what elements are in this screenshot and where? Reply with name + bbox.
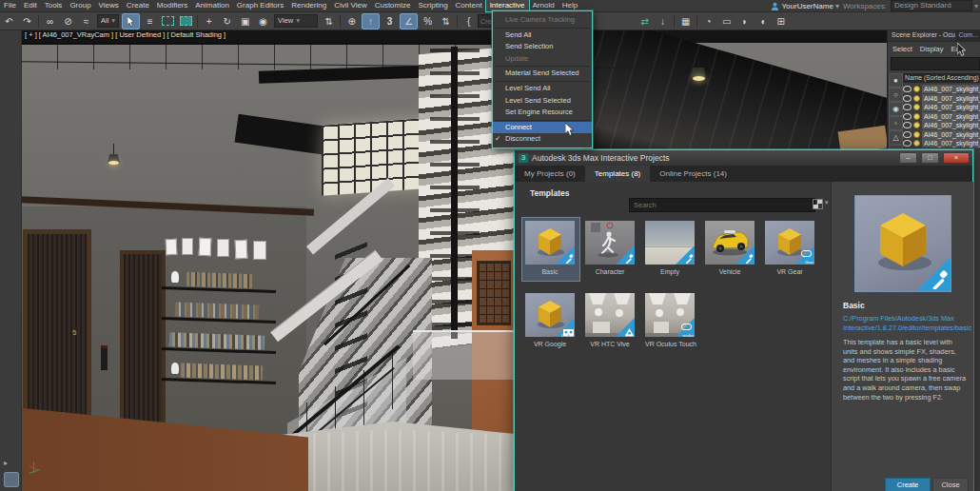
angle-snap-icon[interactable]: ∠ [400,13,418,29]
display-none-icon[interactable]: ○ [889,88,903,102]
template-thumb-character[interactable] [585,221,635,265]
reference-coordinate-dropdown[interactable]: View▾ [274,14,318,28]
tab-online-projects[interactable]: Online Projects (14) [650,166,736,182]
explorer-row[interactable]: AI46_007_skylight_ [903,85,980,93]
display-lights-icon[interactable]: ◉ [889,102,903,116]
close-dialog-button[interactable]: Close [932,478,969,491]
menubar-item-civil-view[interactable]: Civil View [330,0,371,11]
move-icon[interactable]: + [201,14,217,29]
explorer-titlebar[interactable]: Scene Explorer - Ocul... Com... [888,29,980,42]
redo-icon[interactable]: ↷ [19,14,35,29]
template-thumb-vr-google[interactable]: Google [525,293,575,337]
explorer-row[interactable]: AI46_007_skylight_ [903,121,980,129]
menu-item-material-send-selected[interactable]: Material Send Selected [493,68,592,80]
view-mode-dropdown-arrow-icon[interactable]: ▾ [825,199,829,206]
workspace-dropdown-arrow-icon[interactable]: ▾ [974,2,978,10]
explorer-row[interactable]: AI46_007_skylight_ [903,139,980,147]
named-selection-icon[interactable]: { [461,14,477,29]
layout-windows-icon[interactable]: ⊞ [773,14,789,29]
menubar-item-file[interactable]: File [0,0,20,11]
menu-item-level-send-selected[interactable]: Level Send Selected [493,95,592,108]
link-icon[interactable]: ∞ [42,14,58,29]
template-thumb-vehicle[interactable] [705,221,755,265]
menubar-item-scripting[interactable]: Scripting [414,0,451,11]
selection-filter-dropdown[interactable]: All▾ [97,14,119,28]
explorer-secondary-tab[interactable]: Com... [955,29,980,41]
menubar-item-customize[interactable]: Customize [371,0,415,11]
minimize-button[interactable]: ‒ [899,152,917,164]
render-iterative-icon[interactable]: ◖ [755,14,771,29]
pivot-center-icon[interactable]: ⇅ [321,14,337,29]
tab-templates[interactable]: Templates (8) [585,166,650,182]
display-cameras-icon[interactable]: ▫ [889,116,903,130]
menubar-item-content[interactable]: Content [452,0,486,11]
template-thumb-vr-gear[interactable]: Gear [765,221,814,265]
user-dropdown-arrow-icon[interactable]: ▾ [835,2,839,10]
signed-in-user[interactable]: YourUserName [781,2,833,10]
menubar-item-create[interactable]: Create [123,0,153,11]
viewport-layout-tab[interactable] [4,472,19,487]
bind-spacewarp-icon[interactable]: ≈ [78,14,94,29]
menu-item-send-selection[interactable]: Send Selection [493,41,592,53]
percent-snap-icon[interactable]: % [420,14,436,29]
menu-item-set-engine-resource[interactable]: Set Engine Resource [493,107,592,119]
template-thumb-empty[interactable] [645,221,695,265]
explorer-menu-display[interactable]: Display [920,45,944,53]
interactive-sync-icon[interactable]: ⇄ [637,14,653,29]
crossing-selection-icon[interactable] [178,14,194,29]
view-mode-grid-icon[interactable] [813,200,822,208]
render-production-icon[interactable]: ◗ [736,14,753,29]
select-by-name-icon[interactable]: ≡ [142,14,158,29]
template-thumb-vr-oculus-touch[interactable]: oculus [645,293,695,337]
menubar-item-graph-editors[interactable]: Graph Editors [233,0,287,11]
workspace-selector[interactable]: Design Standard [891,0,972,11]
close-button[interactable]: × [943,152,970,164]
template-thumb-vr-htc-vive[interactable]: VIVE [585,293,635,337]
explorer-row[interactable]: AI46_007_skylight_ [903,94,980,103]
material-editor-icon[interactable]: ▦ [677,14,694,29]
manipulate-icon[interactable]: ⊕ [343,14,360,29]
menubar-item-modifiers[interactable]: Modifiers [153,0,191,11]
flyout-arrow-button[interactable]: ▸ [4,459,8,467]
menubar-item-group[interactable]: Group [66,0,94,11]
dialog-titlebar[interactable]: 3 Autodesk 3ds Max Interactive Projects … [515,150,972,166]
menubar-item-views[interactable]: Views [95,0,123,11]
rendered-frame-icon[interactable]: ▭ [718,14,735,29]
template-thumb-basic[interactable] [525,221,575,265]
spinner-snap-icon[interactable]: ⇅ [438,14,454,29]
send-down-icon[interactable]: ↓ [655,14,671,29]
explorer-column-header[interactable]: Name (Sorted Ascending) [903,73,980,83]
explorer-row[interactable]: AI46_007_skylight_ [903,130,980,139]
explorer-row[interactable]: AI46_007_skylight_ [903,103,980,111]
select-object-button[interactable] [122,13,140,29]
menubar-item-edit[interactable]: Edit [20,0,41,11]
menu-item-send-all[interactable]: Send All [493,29,592,42]
explorer-search-input[interactable] [891,57,980,70]
tab-my-projects[interactable]: My Projects (0) [515,166,585,182]
unlink-icon[interactable]: ⊘ [60,14,76,29]
menubar-item-rendering[interactable]: Rendering [287,0,330,11]
rotate-icon[interactable]: ↻ [219,14,235,29]
display-helpers-icon[interactable]: △ [889,130,903,145]
explorer-row[interactable]: AI46_007_skylight_ [903,112,980,121]
maximize-button[interactable]: □ [921,152,939,164]
menu-item-connect[interactable]: Connect [493,122,592,134]
template-search-input[interactable] [629,198,815,212]
scale-icon[interactable]: ▣ [237,14,253,29]
menubar-item-animation[interactable]: Animation [191,0,233,11]
display-all-icon[interactable]: ● [889,73,903,88]
menubar-item-tools[interactable]: Tools [41,0,67,11]
placement-icon[interactable]: ◉ [255,14,271,29]
template-path-link[interactable]: C:/Program Files/Autodesk/3ds Max Intera… [843,314,969,333]
rectangular-selection-icon[interactable] [160,14,176,29]
explorer-menu-select[interactable]: Select [892,45,912,53]
render-setup-icon[interactable]: ◔ [700,14,716,29]
undo-icon[interactable]: ↶ [1,14,17,29]
light-icon [913,122,920,128]
menu-item-disconnect[interactable]: ✓Disconnect [493,133,592,146]
keyboard-override-icon[interactable]: ↑ [362,13,380,29]
create-button[interactable]: Create [885,478,931,491]
viewport-label[interactable]: [ + ] [ AI46_007_VRayCam ] [ User Define… [25,30,225,39]
snap-3d-icon[interactable]: 3 [382,14,398,29]
menu-item-level-send-all[interactable]: Level Send All [493,83,592,95]
